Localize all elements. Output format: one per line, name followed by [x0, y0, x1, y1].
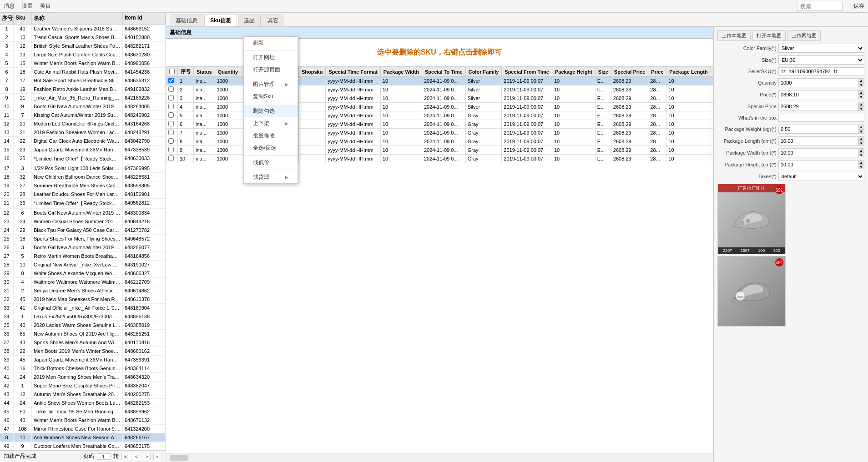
- context-menu-item[interactable]: 全选/反选: [244, 142, 298, 154]
- sku-row-checkbox[interactable]: [168, 95, 174, 100]
- left-table-row[interactable]: 23 24 Women Casual Shoes Summer 2018 Spr…: [0, 217, 166, 226]
- context-menu-item[interactable]: 图片管理▶: [244, 78, 298, 90]
- spinner-input[interactable]: [778, 90, 858, 99]
- left-table-row[interactable]: 26 3 Boots Girl New Autumn/Winter 2019 M…: [0, 243, 166, 252]
- upload-btn[interactable]: 打开本地图: [752, 30, 786, 41]
- spinner-input[interactable]: [778, 102, 858, 111]
- sku-row-checkbox[interactable]: [168, 130, 174, 135]
- left-table-row[interactable]: 31 2 Senya Degree Men's Shoes Athletic S…: [0, 286, 166, 295]
- left-table-row[interactable]: 39 45 Japan Quartz Movement 36Mn Hannah …: [0, 356, 166, 364]
- sku-row-checkbox[interactable]: [168, 78, 174, 83]
- left-table-row[interactable]: 19 27 Summer Breathable Men Shoes Casual…: [0, 181, 166, 190]
- sku-select-all[interactable]: [169, 69, 175, 74]
- left-table-row[interactable]: 5 15 Winter Men's Boots Fashion Warm Boo…: [0, 59, 166, 68]
- left-table-row[interactable]: 34 1 Lexus Ex250/Lx500/Rx300/Ex300/Lx/Lx…: [0, 312, 166, 321]
- left-table-row[interactable]: 28 10 Original New Arrival _nike_Xvi Low…: [0, 261, 166, 269]
- left-table-row[interactable]: 42 1 Super Mario Broz Cosplay Shoes Pira…: [0, 382, 166, 390]
- upload-btn[interactable]: 上传本地图: [717, 30, 751, 41]
- spinner-down[interactable]: ▼: [858, 165, 864, 169]
- sku-row-checkbox[interactable]: [168, 121, 174, 126]
- left-table-row[interactable]: 33 41 Original Official _nike_ Air Force…: [0, 304, 166, 312]
- spinner-down[interactable]: ▼: [858, 106, 864, 111]
- spinner-up[interactable]: ▲: [858, 90, 864, 95]
- left-table-row[interactable]: 35 40 2020 Ladies Warm Shoes Genuine Lea…: [0, 321, 166, 330]
- left-table-row[interactable]: 40 16 Thick Bottons Chelsea Boots Genuin…: [0, 364, 166, 373]
- context-menu-item[interactable]: 打开网址: [244, 51, 298, 64]
- form-select[interactable]: Silver: [778, 44, 864, 53]
- search-input[interactable]: [797, 2, 843, 11]
- left-table-row[interactable]: 38 22 Men Boots 2019 Men's Winter Shoes …: [0, 347, 166, 356]
- spinner-input[interactable]: [778, 125, 858, 134]
- tab-selection[interactable]: 选品: [238, 15, 261, 26]
- left-table-row[interactable]: 44 24 Ankle Snow Shoes Women Boots Lace …: [0, 399, 166, 407]
- left-table-row[interactable]: 2 10 Trend Casual Sports Men's Shoes Bre…: [0, 33, 166, 42]
- form-select[interactable]: default: [778, 172, 864, 181]
- left-table-row[interactable]: 27 5 Retro Martin Women Boots Breathable…: [0, 252, 166, 261]
- left-table-row[interactable]: 24 29 Black Tpu For Galaxy A50 Case Cart…: [0, 226, 166, 235]
- left-table-row[interactable]: 22 6 Boots Girl New Autumn/Winter 2019 M…: [0, 209, 166, 217]
- spinner-up[interactable]: ▲: [858, 125, 864, 129]
- left-table-row[interactable]: 41 24 2019 Men Running Shoes Men's Train…: [0, 373, 166, 382]
- left-table-row[interactable]: 17 3 1/2/4Pcs Solar Light 100 Leds Solar…: [0, 164, 166, 173]
- left-table-row[interactable]: 29 8 White Shoes Alexande Mcquen Women M…: [0, 269, 166, 278]
- left-table-row[interactable]: 14 22 Digital Car Clock Auto Electronic …: [0, 137, 166, 146]
- scroll-area[interactable]: [166, 453, 713, 462]
- upload-btn[interactable]: 上传网络图: [787, 30, 821, 41]
- spinner-down[interactable]: ▼: [858, 141, 864, 146]
- context-menu-item[interactable]: 找低价: [244, 156, 298, 169]
- spinner-input[interactable]: [778, 136, 858, 146]
- left-table-row[interactable]: 3 12 British Style Small Leather Shoes F…: [0, 42, 166, 50]
- left-table-row[interactable]: 8 19 Fashion Retro Ankle Leather Men Boo…: [0, 85, 166, 94]
- left-table-row[interactable]: 9 11 _nike_Air_Max_95_Retro_Running_Shoe…: [0, 94, 166, 102]
- tab-basic[interactable]: 基础信息: [170, 15, 203, 26]
- sku-row-checkbox[interactable]: [168, 86, 174, 92]
- sku-row-checkbox[interactable]: [168, 147, 174, 152]
- left-table-row[interactable]: 43 12 Autumn Men's Shoes Breathable 2019…: [0, 390, 166, 399]
- spinner-down[interactable]: ▼: [858, 153, 864, 157]
- left-table-row[interactable]: 46 40 Winter Men's Boots Fashion Warm Bo…: [0, 416, 166, 425]
- page-input[interactable]: [97, 453, 111, 460]
- spinner-input[interactable]: [778, 160, 858, 169]
- left-table-row[interactable]: 4 13 Large Size Plush Comfort Coals Coup…: [0, 50, 166, 59]
- form-select[interactable]: EU:39: [778, 55, 864, 65]
- sku-row-checkbox[interactable]: [168, 138, 174, 144]
- left-table-row[interactable]: 1 40 Leather Women's Slippers 2018 Summe…: [0, 25, 166, 33]
- left-table-row[interactable]: 32 45 2019 New Man Sneakers For Men Rubb…: [0, 295, 166, 304]
- left-table-row[interactable]: 30 4 Waitmore Waitmore Waitmore Waitmore…: [0, 278, 166, 286]
- tab-sku[interactable]: Sku信息: [204, 15, 237, 26]
- left-table-row[interactable]: 49 9 Outdoor Loafers Men Breathable Comf…: [0, 442, 166, 450]
- context-menu-item[interactable]: 上下架▶: [244, 117, 298, 130]
- spinner-down[interactable]: ▼: [858, 129, 864, 134]
- left-table-row[interactable]: 12 20 Modern Led Chandelier 6Rings Circl…: [0, 120, 166, 128]
- left-table-row[interactable]: 7 17 Hot Sale Sport Shoes Breathable Sli…: [0, 76, 166, 85]
- spinner-up[interactable]: ▲: [858, 78, 864, 83]
- left-table-row[interactable]: 25 18 Sports Shoes For Men, Flying Shoes…: [0, 235, 166, 243]
- left-table-row[interactable]: 16 25 *Limited Time Offer*【Ready Stock】【…: [0, 154, 166, 164]
- context-menu-item[interactable]: 打开源页面: [244, 64, 298, 76]
- spinner-up[interactable]: ▲: [858, 160, 864, 165]
- menu-messages[interactable]: 消息: [4, 2, 15, 10]
- left-table-row[interactable]: 8 10 Ash Women's Shoes New Season Addict…: [0, 433, 166, 442]
- left-table-row[interactable]: 37 43 Sports Shoes Men's Autumn And Wint…: [0, 338, 166, 347]
- left-table-row[interactable]: 47 108 Mirror Rhinestone Case For Honor …: [0, 425, 166, 433]
- menu-settings[interactable]: 设置: [22, 2, 33, 10]
- spinner-input[interactable]: [778, 78, 858, 87]
- left-table-row[interactable]: 10 9 Boots Girl New Autumn/Winter 2019 M…: [0, 102, 166, 111]
- spinner-up[interactable]: ▲: [858, 148, 864, 153]
- left-table-row[interactable]: 36 85 New Autumn Shoes Of 2019 Are High-…: [0, 330, 166, 338]
- left-table-row[interactable]: 18 32 New Children Ballroom Dance Shoes …: [0, 173, 166, 181]
- context-menu-item[interactable]: 找货源▶: [244, 171, 298, 183]
- tab-other[interactable]: 其它: [262, 15, 284, 26]
- sku-row-checkbox[interactable]: [168, 104, 174, 109]
- form-input[interactable]: [778, 67, 864, 75]
- save-button[interactable]: 保存: [853, 2, 864, 10]
- left-table-row[interactable]: 21 36 *Limited Time Offer*【Ready Stock】*…: [0, 199, 166, 209]
- prev-page-btn[interactable]: <: [133, 453, 140, 460]
- left-table-row[interactable]: 45 50 _nike_air_max_95 Se Men Running Sh…: [0, 407, 166, 416]
- spinner-input[interactable]: [778, 148, 858, 157]
- menu-beauty[interactable]: 美目: [40, 2, 51, 10]
- context-menu-item[interactable]: 批量修改: [244, 130, 298, 142]
- sku-row-checkbox[interactable]: [168, 112, 174, 118]
- context-menu-item[interactable]: 删除勾选: [244, 105, 298, 117]
- first-page-btn[interactable]: |<: [121, 453, 130, 460]
